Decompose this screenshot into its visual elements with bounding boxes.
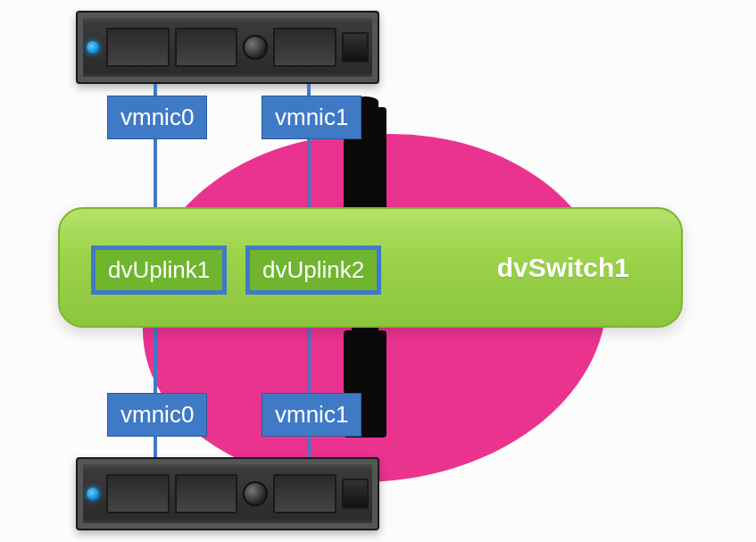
io-port-icon — [342, 479, 369, 509]
power-led-icon — [87, 41, 99, 54]
dvuplink-1: dvUplink1 — [91, 246, 227, 295]
vmnic-label-top-1: vmnic1 — [262, 96, 361, 139]
drive-bay — [273, 28, 336, 67]
dvswitch-name: dvSwitch1 — [497, 253, 629, 283]
drive-bay — [175, 474, 238, 513]
esxi-host-top — [76, 11, 379, 84]
drive-bay — [106, 28, 170, 67]
dvuplink-2: dvUplink2 — [245, 246, 381, 295]
connector-line — [154, 84, 157, 96]
drive-bay — [106, 474, 170, 513]
power-button-icon — [243, 481, 268, 506]
vmnic-label-bottom-0: vmnic0 — [107, 393, 207, 437]
connector-line — [307, 84, 311, 96]
vmnic-label-bottom-1: vmnic1 — [262, 393, 361, 437]
power-led-icon — [87, 488, 99, 500]
drive-bay — [175, 28, 238, 67]
io-port-icon — [342, 32, 369, 63]
vmnic-label-top-0: vmnic0 — [107, 96, 207, 139]
esxi-host-bottom — [76, 457, 379, 530]
drive-bay — [273, 474, 336, 513]
power-button-icon — [243, 35, 268, 60]
dvswitch-topology-diagram: vmnic0 vmnic1 dvSwitch1 dvUplink1 dvUpli… — [0, 0, 756, 542]
